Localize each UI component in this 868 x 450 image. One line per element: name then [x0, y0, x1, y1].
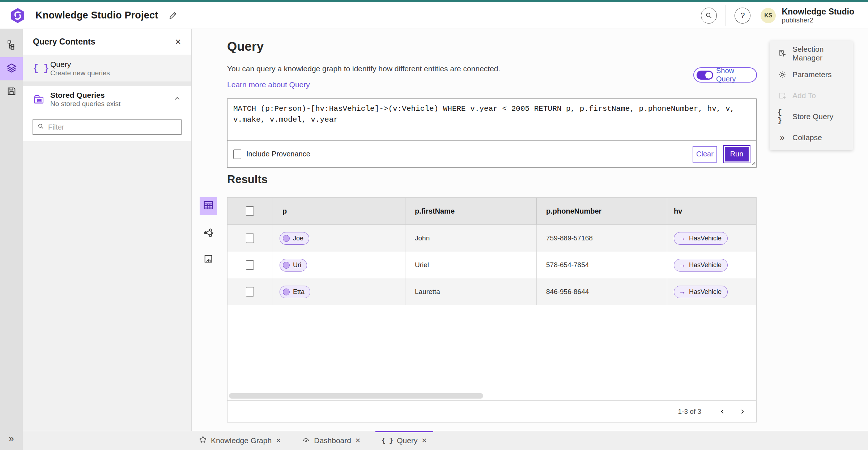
sidebar-item-query[interactable] [0, 57, 23, 80]
learn-more-link[interactable]: Learn more about Query [227, 80, 310, 89]
expand-rail-button[interactable]: » [0, 430, 23, 447]
run-button[interactable]: Run [723, 145, 750, 163]
previous-page-button[interactable] [717, 406, 728, 417]
include-provenance-label: Include Provenance [246, 150, 310, 158]
help-button[interactable]: ? [735, 8, 750, 24]
table-header-row: p p.firstName p.phoneNumber hv [227, 198, 756, 225]
header-cell-phone[interactable]: p.phoneNumber [537, 198, 667, 224]
app-header: Knowledge Studio Project ? KS Knowledge … [0, 2, 868, 29]
menu-item-parameters[interactable]: Parameters [770, 64, 853, 85]
edit-title-icon[interactable] [168, 11, 178, 20]
query-editor-box: MATCH (p:Person)-[hv:HasVehicle]->(v:Veh… [227, 98, 757, 168]
chevron-up-icon[interactable] [173, 94, 181, 104]
scrollbar-thumb[interactable] [229, 393, 483, 399]
cell-phone: 759-889-57168 [537, 225, 667, 252]
search-icon [37, 123, 44, 131]
node-pill[interactable]: Uri [280, 259, 307, 272]
cell-phone: 846-956-8644 [537, 278, 667, 305]
user-info: Knowledge Studio publisher2 [782, 7, 854, 24]
query-controls: Include Provenance Clear Run [227, 141, 756, 167]
query-textarea[interactable]: MATCH (p:Person)-[hv:HasVehicle]->(v:Veh… [227, 99, 756, 141]
row-checkbox[interactable] [246, 287, 254, 297]
edge-label: HasVehicle [689, 235, 722, 242]
arrow-right-icon: → [679, 261, 686, 269]
query-contents-panel: Query Contents ✕ { } Query Create new qu… [23, 29, 192, 431]
node-pill[interactable]: Etta [280, 286, 310, 298]
query-heading: Query [227, 39, 264, 54]
menu-label: Add To [792, 91, 816, 100]
header-cell-firstname[interactable]: p.firstName [405, 198, 537, 224]
table-empty-area [227, 305, 756, 392]
resize-grip-icon[interactable] [750, 160, 756, 167]
app-logo-icon [9, 7, 26, 24]
query-item-subtitle: Create new queries [50, 69, 110, 77]
node-label: Etta [293, 288, 305, 296]
map-icon [203, 254, 213, 265]
row-checkbox[interactable] [246, 234, 254, 243]
menu-label: Parameters [792, 70, 832, 79]
save-floppy-icon [7, 86, 17, 98]
sidebar-item-knowledge-graph[interactable] [0, 34, 23, 57]
arrow-right-icon: → [679, 288, 686, 296]
close-icon[interactable]: ✕ [355, 437, 361, 445]
edge-label: HasVehicle [689, 288, 722, 296]
toggle-on-icon[interactable] [697, 71, 713, 80]
next-page-button[interactable] [737, 406, 748, 417]
page-title: Knowledge Studio Project [35, 10, 158, 21]
menu-label: Collapse [792, 133, 822, 142]
node-dot-icon [283, 262, 290, 269]
include-provenance-checkbox[interactable] [233, 150, 241, 159]
query-item-title: Query [50, 60, 110, 69]
clear-button[interactable]: Clear [693, 146, 717, 163]
row-checkbox[interactable] [246, 260, 254, 270]
filter-input[interactable] [48, 123, 177, 131]
menu-item-selection-manager[interactable]: Selection Manager [770, 43, 853, 64]
table-row[interactable]: Etta Lauretta 846-956-8644 → HasVehicle [227, 278, 756, 305]
close-icon[interactable]: ✕ [276, 437, 281, 445]
header-cell-select [227, 198, 272, 224]
show-query-toggle[interactable]: Show Query [693, 67, 757, 83]
graph-share-icon [203, 228, 213, 239]
horizontal-scrollbar [227, 392, 756, 400]
select-all-checkbox[interactable] [246, 206, 254, 216]
results-table: p p.firstName p.phoneNumber hv Joe John … [227, 197, 757, 422]
results-view-toolbar [200, 197, 217, 280]
pagination-range: 1-3 of 3 [678, 408, 701, 416]
stored-item-subtitle: No stored queries exist [50, 100, 120, 108]
panel-close-icon[interactable]: ✕ [175, 38, 181, 46]
tab-query[interactable]: { } Query ✕ [375, 431, 433, 450]
panel-item-stored-queries[interactable]: Stored Queries No stored queries exist [23, 86, 191, 112]
menu-item-store-query[interactable]: { } Store Query [770, 106, 853, 127]
panel-item-stored-text: Stored Queries No stored queries exist [50, 91, 120, 108]
table-icon [203, 200, 214, 212]
tab-dashboard[interactable]: Dashboard ✕ [296, 431, 367, 450]
folder-icon [33, 93, 50, 105]
node-pill[interactable]: Joe [280, 232, 309, 245]
search-button[interactable] [701, 8, 717, 24]
graph-view-button[interactable] [200, 225, 217, 242]
add-to-icon [778, 91, 787, 100]
edge-pill[interactable]: → HasVehicle [674, 232, 728, 245]
header-cell-hv[interactable]: hv [667, 198, 756, 224]
node-label: Uri [293, 261, 301, 269]
pagination-bar: 1-3 of 3 [227, 400, 756, 422]
header-cell-p[interactable]: p [272, 198, 405, 224]
map-view-button[interactable] [200, 251, 217, 268]
bottom-tab-bar: Knowledge Graph ✕ Dashboard ✕ { } Query … [23, 431, 868, 450]
cell-firstname: Lauretta [405, 278, 537, 305]
filter-area [23, 112, 191, 141]
edge-pill[interactable]: → HasVehicle [674, 286, 728, 298]
edge-pill[interactable]: → HasVehicle [674, 259, 728, 272]
close-icon[interactable]: ✕ [421, 437, 427, 445]
header-actions: ? KS Knowledge Studio publisher2 [701, 5, 854, 26]
collapse-icon: » [778, 134, 787, 141]
tab-knowledge-graph[interactable]: Knowledge Graph ✕ [193, 431, 287, 450]
table-view-button[interactable] [200, 197, 217, 215]
sidebar-item-save[interactable] [0, 80, 23, 104]
table-row[interactable]: Uri Uriel 578-654-7854 → HasVehicle [227, 252, 756, 278]
menu-item-collapse[interactable]: » Collapse [770, 127, 853, 148]
tab-label: Query [397, 436, 417, 445]
panel-item-query[interactable]: { } Query Create new queries [23, 55, 191, 81]
avatar[interactable]: KS [761, 8, 776, 23]
table-row[interactable]: Joe John 759-889-57168 → HasVehicle [227, 225, 756, 252]
